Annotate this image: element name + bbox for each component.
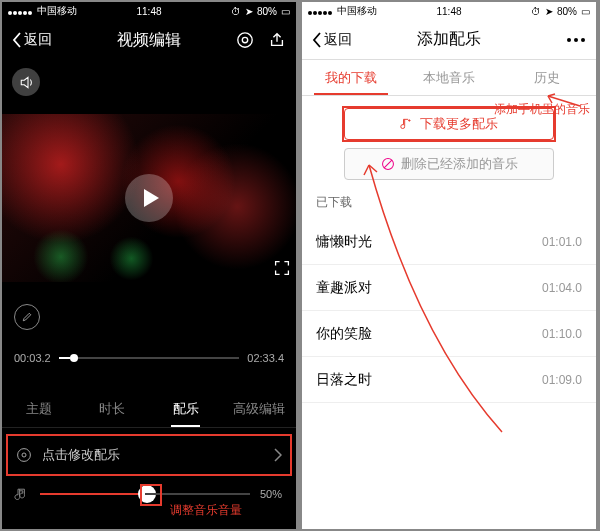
- nav-bar: 返回 添加配乐: [302, 20, 596, 60]
- play-icon: [142, 188, 160, 208]
- tab-my-downloads[interactable]: 我的下载: [302, 60, 400, 95]
- edit-tabs: 主题 时长 配乐 高级编辑: [2, 390, 296, 428]
- battery-icon: ▭: [281, 6, 290, 17]
- chevron-left-icon: [312, 32, 322, 48]
- page-title: 添加配乐: [417, 29, 481, 50]
- annotation-text: 添加手机里的音乐: [494, 102, 590, 118]
- tab-duration[interactable]: 时长: [76, 400, 150, 418]
- fullscreen-icon: [274, 260, 290, 276]
- carrier: 中国移动: [337, 4, 377, 18]
- svg-point-2: [18, 449, 31, 462]
- location-icon: ➤: [545, 6, 553, 17]
- tab-theme[interactable]: 主题: [2, 400, 76, 418]
- page-title: 视频编辑: [117, 30, 181, 51]
- svg-point-4: [567, 38, 571, 42]
- back-button[interactable]: 返回: [12, 31, 52, 49]
- change-music-row[interactable]: 点击修改配乐: [2, 434, 296, 476]
- tab-local-music[interactable]: 本地音乐: [400, 60, 498, 95]
- status-bar: 中国移动 11:48 ⏱➤80%▭: [302, 2, 596, 20]
- svg-point-1: [242, 37, 247, 42]
- tab-history[interactable]: 历史: [498, 60, 596, 95]
- play-button[interactable]: [125, 174, 173, 222]
- battery-pct: 80%: [557, 6, 577, 17]
- music-source-tabs: 我的下载 本地音乐 历史: [302, 60, 596, 96]
- status-time: 11:48: [436, 6, 461, 17]
- status-bar: 中国移动 11:48 ⏱➤80%▭: [2, 2, 296, 20]
- share-icon[interactable]: [268, 31, 286, 49]
- volume-value: 50%: [260, 488, 282, 500]
- disc-icon: [16, 447, 32, 463]
- back-button[interactable]: 返回: [312, 31, 352, 49]
- mute-button[interactable]: [12, 68, 40, 96]
- alarm-icon: ⏱: [531, 6, 541, 17]
- chevron-right-icon: [274, 448, 282, 462]
- status-time: 11:48: [136, 6, 161, 17]
- delete-music-button[interactable]: 删除已经添加的音乐: [344, 148, 554, 180]
- volume-slider[interactable]: 50%: [2, 486, 296, 502]
- battery-icon: ▭: [581, 6, 590, 17]
- alarm-icon: ⏱: [231, 6, 241, 17]
- song-row[interactable]: 童趣派对01:04.0: [302, 265, 596, 311]
- section-header: 已下载: [302, 186, 596, 219]
- nav-bar: 返回 视频编辑: [2, 20, 296, 60]
- tab-advanced[interactable]: 高级编辑: [223, 400, 297, 418]
- battery-pct: 80%: [257, 6, 277, 17]
- annotation-text: 调整音乐音量: [170, 502, 242, 519]
- song-row[interactable]: 你的笑脸01:10.0: [302, 311, 596, 357]
- music-note-icon: [14, 486, 30, 502]
- svg-point-0: [238, 33, 252, 47]
- gear-icon[interactable]: [236, 31, 254, 49]
- speaker-icon: [19, 75, 34, 90]
- pencil-icon: [21, 311, 33, 323]
- svg-point-5: [574, 38, 578, 42]
- edit-circle-button[interactable]: [14, 304, 40, 330]
- forbidden-icon: [381, 157, 395, 171]
- progress-bar[interactable]: 00:03.2 02:33.4: [2, 330, 296, 364]
- fullscreen-button[interactable]: [274, 260, 290, 276]
- time-total: 02:33.4: [247, 352, 284, 364]
- chevron-left-icon: [12, 32, 22, 48]
- song-row[interactable]: 日落之时01:09.0: [302, 357, 596, 403]
- tab-music[interactable]: 配乐: [149, 400, 223, 418]
- song-row[interactable]: 慵懒时光01:01.0: [302, 219, 596, 265]
- more-icon[interactable]: [566, 37, 586, 43]
- carrier: 中国移动: [37, 4, 77, 18]
- time-current: 00:03.2: [14, 352, 51, 364]
- svg-point-6: [581, 38, 585, 42]
- location-icon: ➤: [245, 6, 253, 17]
- svg-point-3: [22, 453, 26, 457]
- video-preview[interactable]: [2, 114, 296, 282]
